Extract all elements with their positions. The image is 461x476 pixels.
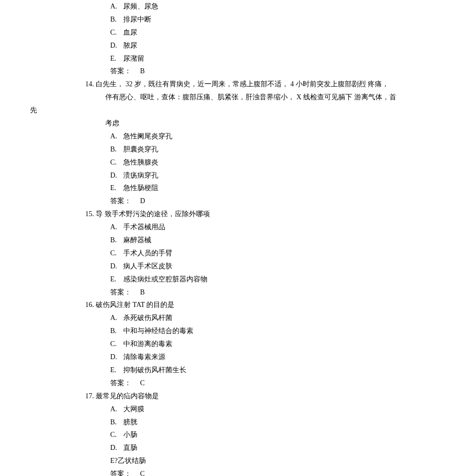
- option-label-C: C.: [110, 26, 121, 39]
- question-text-cont: 伴有恶心、呕吐，查体：腹部压痛、肌紧张，肝浊音界缩小， X 线检查可见膈下 游离…: [85, 93, 396, 101]
- question-text: 最常见的疝内容物是: [96, 392, 159, 400]
- option-17-B: B. 膀胱: [85, 416, 431, 429]
- answer-value: C: [140, 470, 145, 476]
- question-text: 破伤风注射 TAT 的目的是: [96, 301, 174, 308]
- option-text: 感染病灶或空腔脏器内容物: [123, 275, 207, 283]
- option-text: 清除毒素来源: [123, 353, 165, 361]
- option-14-E: E. 急性肠梗阻: [85, 182, 431, 195]
- option-15-C: C. 手术人员的手臂: [85, 247, 431, 260]
- option-text: 膀胱: [123, 418, 137, 426]
- question-14-stem-kaolv: 考虑: [85, 117, 431, 130]
- question-text: 导 致手术野污染的途径，应除外哪项: [96, 210, 210, 218]
- option-13-E: E. 尿潴留: [85, 52, 431, 65]
- question-number: 16.: [85, 301, 94, 308]
- question-14-stem: 14. 白先生， 32 岁，既往有胃病史，近一周来，常感上腹部不适， 4 小时前…: [85, 78, 431, 91]
- option-13-A: A. 尿频、尿急: [85, 0, 431, 13]
- option-text: 胆囊炎穿孔: [123, 145, 158, 153]
- option-text: 小肠: [123, 431, 137, 438]
- option-16-B: B. 中和与神经结合的毒素: [85, 325, 431, 338]
- option-14-A: A. 急性阑尾炎穿孔: [85, 130, 431, 143]
- option-13-D: D. 脓尿: [85, 39, 431, 52]
- option-label-B: B.: [110, 234, 121, 247]
- option-label-C: C.: [110, 247, 121, 260]
- option-13-C: C. 血尿: [85, 26, 431, 39]
- option-text: 杀死破伤风杆菌: [123, 314, 172, 322]
- answer-label: 答案：: [110, 379, 131, 387]
- option-label-E: E.: [110, 364, 121, 377]
- option-text: 溃疡病穿孔: [123, 172, 158, 179]
- option-text: 尿频、尿急: [123, 3, 158, 10]
- option-label-B: B.: [110, 143, 121, 156]
- question-14-stem-xian: 先: [30, 104, 431, 117]
- answer-label: 答案：: [110, 470, 131, 476]
- option-text: 病人手术区皮肤: [123, 262, 172, 270]
- option-label-D: D.: [110, 260, 121, 273]
- option-text: 急性胰腺炎: [123, 158, 158, 166]
- question-14-stem-cont1: 伴有恶心、呕吐，查体：腹部压痛、肌紧张，肝浊音界缩小， X 线检查可见膈下 游离…: [85, 91, 431, 104]
- option-text: 大网膜: [123, 405, 144, 413]
- option-15-B: B. 麻醉器械: [85, 234, 431, 247]
- answer-13: 答案： B: [85, 65, 431, 78]
- option-16-C: C. 中和游离的毒素: [85, 338, 431, 351]
- option-14-C: C. 急性胰腺炎: [85, 156, 431, 169]
- option-label-D: D.: [110, 351, 121, 364]
- question-number: 14.: [85, 80, 94, 88]
- option-text: 急性阑尾炎穿孔: [123, 132, 172, 140]
- option-label-C: C.: [110, 338, 121, 351]
- option-label-B: B.: [110, 325, 121, 338]
- option-text: 血尿: [123, 29, 137, 36]
- answer-15: 答案： B: [85, 286, 431, 299]
- option-text: 麻醉器械: [123, 236, 151, 244]
- option-text: 尿潴留: [123, 55, 144, 62]
- answer-label: 答案：: [110, 197, 131, 205]
- option-13-B: B. 排尿中断: [85, 13, 431, 26]
- option-16-E: E. 抑制破伤风杆菌生长: [85, 364, 431, 377]
- option-17-E: E?乙状结肠: [85, 454, 431, 467]
- question-15-stem: 15. 导 致手术野污染的途径，应除外哪项: [85, 208, 431, 221]
- answer-14: 答案： D: [85, 195, 431, 208]
- option-text: E?乙状结肠: [110, 457, 146, 464]
- option-label-A: A.: [110, 130, 121, 143]
- option-17-D: D. 直肠: [85, 441, 431, 454]
- option-16-D: D. 清除毒素来源: [85, 351, 431, 364]
- option-label-D: D.: [110, 441, 121, 454]
- option-15-D: D. 病人手术区皮肤: [85, 260, 431, 273]
- answer-value: D: [140, 197, 145, 205]
- option-text: 脓尿: [123, 42, 137, 49]
- question-text: 白先生， 32 岁，既往有胃病史，近一周来，常感上腹部不适， 4 小时前突发上腹…: [96, 80, 389, 88]
- option-label-A: A.: [110, 403, 121, 416]
- option-label-A: A.: [110, 221, 121, 234]
- option-label-A: A.: [110, 311, 121, 325]
- option-14-D: D. 溃疡病穿孔: [85, 169, 431, 182]
- option-label-B: B.: [110, 13, 121, 26]
- option-label-B: B.: [110, 416, 121, 429]
- answer-17: 答案： C: [85, 467, 431, 476]
- option-text: 排尿中断: [123, 16, 151, 23]
- question-number: 15.: [85, 210, 94, 218]
- option-15-E: E. 感染病灶或空腔脏器内容物: [85, 273, 431, 286]
- option-label-E: E.: [110, 273, 121, 286]
- question-text-xian: 先: [30, 106, 37, 114]
- option-text: 直肠: [123, 444, 137, 451]
- option-text: 中和游离的毒素: [123, 340, 172, 348]
- answer-label: 答案：: [110, 288, 131, 296]
- answer-label: 答案：: [110, 67, 131, 75]
- question-text-kaolv: 考虑: [105, 119, 119, 127]
- option-17-C: C. 小肠: [85, 428, 431, 441]
- option-17-A: A. 大网膜: [85, 403, 431, 416]
- option-label-D: D.: [110, 169, 121, 182]
- option-label-C: C.: [110, 156, 121, 169]
- option-text: 抑制破伤风杆菌生长: [123, 366, 186, 374]
- option-text: 中和与神经结合的毒素: [123, 327, 193, 335]
- question-16-stem: 16. 破伤风注射 TAT 的目的是: [85, 298, 431, 311]
- option-text: 手术人员的手臂: [123, 249, 172, 257]
- option-label-E: E.: [110, 182, 121, 195]
- answer-value: B: [140, 288, 145, 296]
- option-15-A: A. 手术器械用品: [85, 221, 431, 234]
- question-number: 17.: [85, 392, 94, 400]
- option-text: 急性肠梗阻: [123, 184, 158, 192]
- option-label-A: A.: [110, 0, 121, 13]
- option-14-B: B. 胆囊炎穿孔: [85, 143, 431, 156]
- option-label-D: D.: [110, 39, 121, 52]
- option-text: 手术器械用品: [123, 223, 165, 231]
